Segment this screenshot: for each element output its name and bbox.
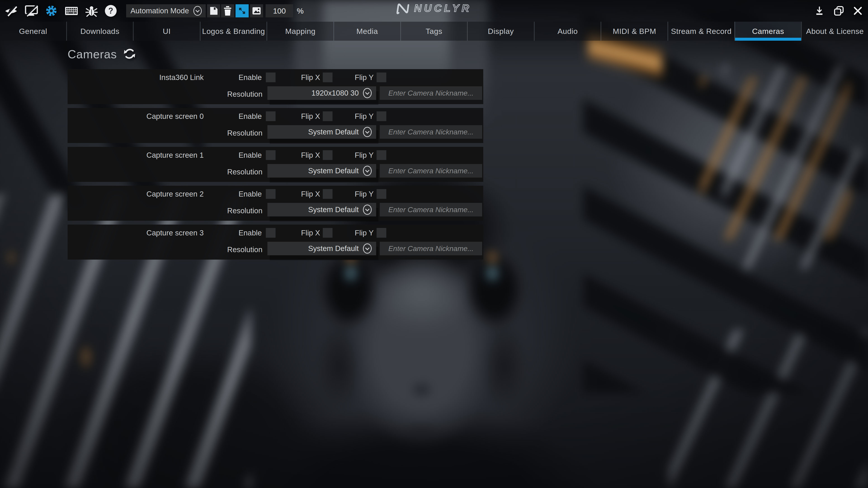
resolution-label: Resolution — [217, 167, 262, 177]
zoom-percent-label: % — [297, 4, 304, 18]
page-header: Cameras — [68, 47, 136, 61]
resolution-dropdown[interactable]: System Default — [268, 164, 376, 177]
flip-x-label: Flip X — [275, 73, 320, 82]
window-controls — [814, 0, 863, 22]
page-title: Cameras — [68, 47, 117, 61]
toolbar: ? Automation Mode 100 % NUCLYR — [0, 0, 868, 22]
automation-mode-dropdown[interactable]: Automation Mode — [126, 4, 206, 18]
camera-row: Capture screen 3 Enable Flip X Flip Y Re… — [68, 225, 483, 260]
camera-row: Capture screen 0 Enable Flip X Flip Y Re… — [68, 108, 483, 143]
save-button[interactable] — [207, 4, 220, 18]
camera-row: Capture screen 1 Enable Flip X Flip Y Re… — [68, 147, 483, 182]
tab-display[interactable]: Display — [467, 22, 534, 41]
minimize-icon — [814, 5, 825, 17]
resolution-value: System Default — [308, 205, 359, 214]
tab-logos-branding[interactable]: Logos & Branding — [200, 22, 267, 41]
resolution-value: System Default — [308, 128, 359, 136]
display-off-icon[interactable] — [25, 5, 38, 17]
chevron-down-circle-icon — [362, 204, 373, 215]
flip-y-checkbox[interactable] — [377, 111, 386, 121]
flip-y-label: Flip Y — [329, 111, 374, 121]
enable-checkbox[interactable] — [266, 111, 276, 121]
zoom-value-input[interactable]: 100 — [266, 4, 293, 18]
logo-icon — [396, 2, 411, 14]
enable-label: Enable — [217, 73, 262, 82]
resolution-label: Resolution — [217, 90, 262, 99]
flip-y-checkbox[interactable] — [377, 189, 386, 199]
enable-checkbox[interactable] — [266, 228, 276, 238]
tab-cameras[interactable]: Cameras — [735, 22, 801, 41]
flip-x-label: Flip X — [275, 228, 320, 238]
resolution-value: 1920x1080 30 — [311, 89, 359, 97]
enable-label: Enable — [217, 111, 262, 121]
resolution-dropdown[interactable]: System Default — [268, 125, 376, 139]
camera-row: Insta360 Link Enable Flip X Flip Y Resol… — [68, 69, 483, 104]
flip-x-label: Flip X — [275, 151, 320, 160]
enable-checkbox[interactable] — [266, 189, 276, 199]
tab-ui[interactable]: UI — [133, 22, 200, 41]
tab-media[interactable]: Media — [333, 22, 400, 41]
resolution-label: Resolution — [217, 128, 262, 138]
tab-mapping[interactable]: Mapping — [267, 22, 333, 41]
resolution-dropdown[interactable]: System Default — [268, 242, 376, 255]
enable-label: Enable — [217, 151, 262, 160]
chevron-down-circle-icon — [193, 5, 203, 16]
toolbar-icon-group: ? — [4, 0, 117, 22]
scale-mode-button[interactable] — [236, 4, 249, 18]
flip-y-checkbox[interactable] — [377, 228, 386, 238]
logo-text: NUCLYR — [414, 2, 471, 14]
tab-tags[interactable]: Tags — [400, 22, 467, 41]
flip-y-checkbox[interactable] — [377, 150, 386, 160]
camera-nickname-input[interactable] — [380, 86, 482, 100]
camera-name: Capture screen 0 — [68, 111, 204, 121]
minimize-button[interactable] — [814, 5, 825, 17]
camera-nickname-input[interactable] — [380, 164, 482, 177]
chevron-down-circle-icon — [362, 88, 373, 99]
flip-x-label: Flip X — [275, 111, 320, 121]
flip-y-checkbox[interactable] — [377, 72, 386, 82]
debug-bug-icon[interactable] — [86, 5, 98, 17]
automation-mode-label: Automation Mode — [130, 6, 189, 15]
resolution-dropdown[interactable]: 1920x1080 30 — [268, 86, 376, 100]
resolution-value: System Default — [308, 244, 359, 253]
tab-midi-bpm[interactable]: MIDI & BPM — [600, 22, 668, 41]
help-icon[interactable]: ? — [105, 5, 117, 17]
camera-name: Capture screen 2 — [68, 189, 204, 199]
tab-stream-record[interactable]: Stream & Record — [668, 22, 735, 41]
close-icon — [852, 6, 863, 16]
camera-list: Insta360 Link Enable Flip X Flip Y Resol… — [68, 69, 483, 263]
enable-checkbox[interactable] — [266, 72, 276, 82]
help-glyph: ? — [108, 6, 113, 15]
camera-nickname-input[interactable] — [380, 203, 482, 217]
keyboard-icon[interactable] — [65, 6, 78, 16]
restore-button[interactable] — [833, 5, 844, 17]
settings-gear-icon[interactable] — [45, 5, 57, 17]
chevron-down-circle-icon — [362, 126, 373, 138]
flip-x-label: Flip X — [275, 189, 320, 199]
tab-audio[interactable]: Audio — [534, 22, 601, 41]
flip-y-label: Flip Y — [329, 228, 374, 238]
camera-nickname-input[interactable] — [380, 125, 482, 139]
refresh-cameras-icon[interactable] — [123, 47, 136, 61]
image-button[interactable] — [250, 4, 263, 18]
camera-row: Capture screen 2 Enable Flip X Flip Y Re… — [68, 186, 483, 221]
resolution-label: Resolution — [217, 206, 262, 216]
close-button[interactable] — [852, 6, 863, 16]
image-icon — [252, 6, 261, 16]
visibility-off-icon[interactable] — [4, 5, 18, 17]
enable-label: Enable — [217, 228, 262, 238]
chevron-down-circle-icon — [362, 243, 373, 254]
enable-checkbox[interactable] — [266, 150, 276, 160]
camera-name: Insta360 Link — [68, 73, 204, 82]
resolution-dropdown[interactable]: System Default — [268, 203, 376, 217]
camera-name: Capture screen 1 — [68, 151, 204, 160]
resize-corners-icon — [238, 6, 247, 15]
trash-icon — [223, 6, 232, 16]
enable-label: Enable — [217, 189, 262, 199]
delete-button[interactable] — [221, 4, 234, 18]
resolution-label: Resolution — [217, 245, 262, 254]
tab-about-license[interactable]: About & License — [801, 22, 868, 41]
camera-nickname-input[interactable] — [380, 242, 482, 255]
tab-downloads[interactable]: Downloads — [66, 22, 133, 41]
tab-general[interactable]: General — [0, 22, 66, 41]
